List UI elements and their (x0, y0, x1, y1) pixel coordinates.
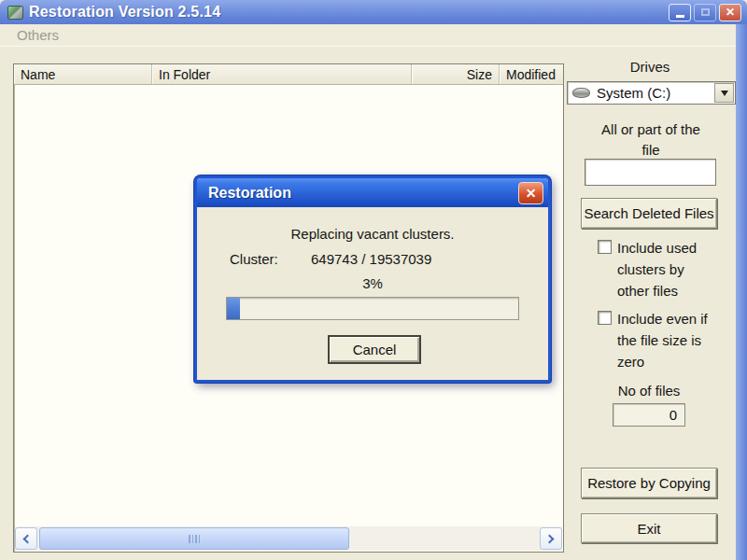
menu-others[interactable]: Others (7, 27, 68, 43)
dialog-close-button[interactable]: ✕ (518, 182, 543, 204)
window-right-border (736, 24, 747, 560)
cluster-label: Cluster: (230, 251, 278, 267)
include-zero-size-label: Include even if the file size is zero (617, 308, 716, 372)
column-header-in-folder[interactable]: In Folder (152, 64, 412, 84)
dialog-body: Replacing vacant clusters. Cluster: 6497… (197, 207, 548, 380)
minimize-button[interactable] (669, 4, 691, 21)
column-header-name[interactable]: Name (14, 64, 152, 84)
close-icon: ✕ (726, 6, 735, 19)
scroll-right-button[interactable] (540, 527, 562, 550)
hard-disk-icon (572, 88, 590, 98)
progress-bar (226, 297, 519, 320)
scrollbar-track[interactable] (37, 527, 540, 550)
chevron-down-icon (721, 91, 728, 96)
include-zero-size-checkbox[interactable] (598, 311, 612, 325)
title-bar: Restoration Version 2.5.14 ✕ (0, 0, 747, 24)
progress-percent-text: 3% (197, 275, 548, 291)
dropdown-arrow-button[interactable] (714, 83, 734, 103)
include-used-clusters-checkbox[interactable] (598, 240, 612, 254)
app-icon (7, 6, 23, 20)
file-count-field: 0 (613, 403, 685, 427)
dialog-title-bar: Restoration ✕ (197, 178, 548, 207)
cluster-value: 649743 / 19537039 (311, 251, 431, 267)
cancel-button[interactable]: Cancel (328, 335, 421, 364)
left-chevron-icon (23, 534, 33, 543)
file-filter-label: All or part of the file (595, 119, 707, 161)
horizontal-scrollbar[interactable] (15, 526, 562, 551)
dialog-title: Restoration (208, 185, 518, 202)
progress-dialog: Restoration ✕ Replacing vacant clusters.… (194, 175, 551, 383)
scrollbar-thumb[interactable] (39, 527, 349, 550)
include-used-clusters-row: Include used clusters by other files (598, 237, 721, 301)
file-list-header: Name In Folder Size Modified (14, 64, 563, 85)
drives-label: Drives (564, 59, 736, 75)
column-header-size[interactable]: Size (412, 64, 500, 84)
include-used-clusters-label: Include used clusters by other files (617, 237, 716, 301)
selected-drive: System (C:) (597, 85, 714, 101)
progress-fill (227, 298, 240, 319)
close-icon: ✕ (526, 186, 537, 201)
window-title: Restoration Version 2.5.14 (29, 4, 220, 21)
dialog-status-text: Replacing vacant clusters. (197, 226, 548, 242)
no-of-files-label: No of files (581, 383, 717, 399)
maximize-icon (701, 8, 710, 16)
scrollbar-grip-icon (189, 535, 200, 543)
close-button[interactable]: ✕ (719, 4, 741, 21)
menu-bar: Others (0, 24, 747, 47)
drives-dropdown[interactable]: System (C:) (567, 81, 736, 105)
search-deleted-files-button[interactable]: Search Deleted Files (581, 198, 717, 229)
column-header-modified[interactable]: Modified (500, 64, 563, 84)
minimize-icon (676, 15, 684, 18)
file-filter-input[interactable] (585, 159, 716, 186)
maximize-button (694, 4, 716, 21)
scroll-left-button[interactable] (15, 527, 37, 550)
exit-button[interactable]: Exit (581, 513, 717, 543)
right-chevron-icon (545, 534, 555, 543)
restore-by-copying-button[interactable]: Restore by Copying (581, 468, 717, 498)
include-zero-size-row: Include even if the file size is zero (598, 308, 721, 372)
